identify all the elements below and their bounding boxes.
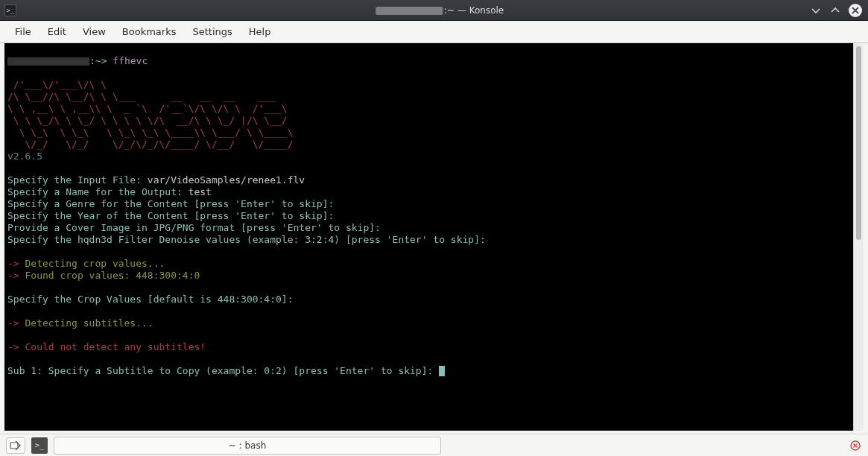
maximize-button[interactable]	[829, 4, 841, 16]
a-input-file: var/VideoSamples/renee1.flv	[148, 174, 305, 186]
close-icon	[850, 440, 861, 451]
window-controls	[810, 4, 868, 17]
menu-bookmarks[interactable]: Bookmarks	[115, 23, 184, 40]
close-button[interactable]	[849, 4, 862, 17]
menu-view[interactable]: View	[75, 23, 113, 40]
titlebar-left: >_	[0, 4, 16, 16]
ascii-logo-line-3: \ \ \_/\ \ \_/ \ \ \ \ \/\ __/\ \ \_/ |/…	[7, 115, 288, 126]
arrow-2: ->	[7, 270, 19, 281]
tab-bar: >_ ~ : bash	[0, 434, 868, 456]
ascii-logo-line-5: \/_/ \/_/ \/_/\/_/\/____/ \/__/ \/____/	[7, 139, 294, 150]
tab-terminal-icon[interactable]: >_	[31, 437, 48, 454]
window-title-suffix: :~ — Konsole	[444, 5, 504, 16]
new-tab-icon	[10, 440, 22, 451]
q-input-file: Specify the Input File:	[7, 174, 148, 186]
prompt-path: :~>	[89, 55, 107, 66]
window-titlebar: >_ :~ — Konsole	[0, 0, 868, 21]
q-year: Specify the Year of the Content [press '…	[7, 210, 334, 221]
svg-rect-0	[10, 443, 18, 449]
ascii-logo-line-2: \ \ ,__\ \ ,__\\ \ _ `\ /'__`\/\ \/\ \ /…	[7, 103, 288, 114]
close-tab-button[interactable]	[849, 439, 862, 452]
menu-settings[interactable]: Settings	[185, 23, 239, 40]
q-crop: Specify the Crop Values [default is 448:…	[7, 294, 294, 305]
arrow-4: ->	[7, 341, 19, 352]
window-title: :~ — Konsole	[364, 0, 504, 26]
terminal-scrollbar[interactable]	[853, 43, 864, 431]
terminal-view[interactable]: :~> ffhevc /'___\/'___\/\ \ /\ \__//\ \_…	[4, 43, 853, 431]
q-hqdn3d: Specify the hqdn3d Filter Denoise values…	[7, 234, 486, 245]
terminal-cursor	[439, 366, 445, 376]
status-no-subs: Could not detect any subtitles!	[19, 341, 206, 352]
terminal-wrapper: :~> ffhevc /'___\/'___\/\ \ /\ \__//\ \_…	[0, 43, 868, 434]
q-sub1: Sub 1: Specify a Subtitle to Copy (examp…	[7, 365, 439, 376]
status-detect-subs: Detecting subtitles...	[19, 317, 153, 329]
command-text: ffhevc	[113, 55, 148, 66]
ascii-logo-line-0: /'___\/'___\/\ \	[7, 79, 107, 90]
arrow-1: ->	[7, 258, 19, 269]
hostname-obscured	[376, 7, 443, 15]
menu-help[interactable]: Help	[241, 23, 279, 40]
status-found-crop: Found crop values: 448:300:4:0	[19, 270, 200, 281]
tab-active[interactable]: ~ : bash	[54, 437, 441, 455]
tab-label: ~ : bash	[229, 440, 267, 451]
menu-edit[interactable]: Edit	[40, 23, 74, 40]
ascii-logo-line-1: /\ \__//\ \__/\ \ \___ __ __ __ ___	[7, 91, 276, 102]
minimize-button[interactable]	[810, 4, 822, 16]
q-output-name: Specify a Name for the Output:	[7, 186, 189, 197]
app-menu-icon[interactable]: >_	[4, 4, 16, 16]
status-detect-crop: Detecting crop values...	[19, 258, 165, 269]
arrow-3: ->	[7, 317, 19, 329]
scrollbar-thumb[interactable]	[856, 46, 861, 240]
q-cover: Provide a Cover Image in JPG/PNG format …	[7, 222, 381, 233]
a-output-name: test	[189, 186, 212, 197]
menu-file[interactable]: File	[7, 23, 39, 40]
new-tab-button[interactable]	[6, 437, 25, 454]
q-genre: Specify a Genre for the Content [press '…	[7, 198, 334, 209]
version-text: v2.6.5	[7, 151, 42, 162]
ascii-logo-line-4: \ \_\ \ \_\ \ \_\ \_\ \____\\ \___/ \ \_…	[7, 127, 294, 138]
prompt-host	[7, 55, 89, 66]
